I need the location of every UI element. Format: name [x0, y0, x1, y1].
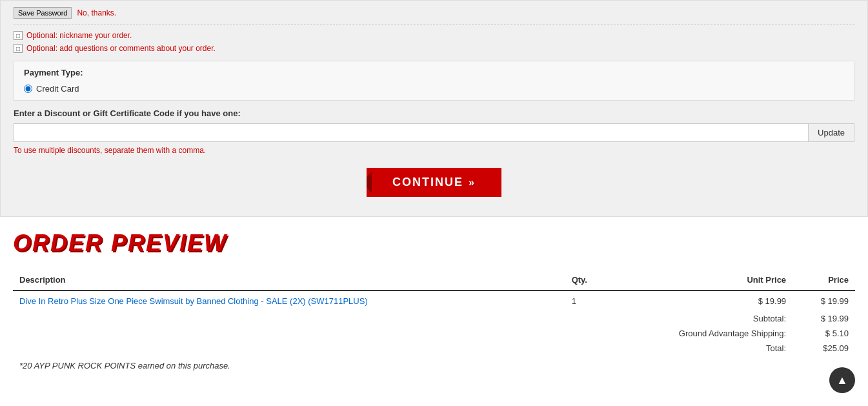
total-value: $25.09 [792, 341, 855, 356]
item-qty: 1 [565, 290, 609, 311]
optional-comments-icon: □ [14, 44, 23, 53]
update-button[interactable]: Update [809, 123, 854, 142]
order-preview-title: ORDER PREVIEW [13, 230, 855, 257]
total-spacer [13, 341, 609, 356]
discount-label: Enter a Discount or Gift Certificate Cod… [14, 108, 854, 118]
optional-nickname-row: □ Optional: nickname your order. [14, 31, 854, 40]
scroll-top-button[interactable]: ▲ [829, 367, 855, 389]
col-unit-price: Unit Price [609, 270, 792, 290]
col-qty: Qty. [565, 270, 609, 290]
credit-card-radio[interactable] [24, 85, 32, 93]
total-label: Total: [609, 341, 792, 356]
optional-nickname-icon: □ [14, 31, 23, 40]
shipping-spacer [13, 326, 609, 341]
payment-type-title: Payment Type: [24, 68, 844, 77]
discount-input[interactable] [14, 123, 809, 142]
col-description: Description [13, 270, 565, 290]
optional-comments-row: □ Optional: add questions or comments ab… [14, 44, 854, 53]
table-row: Dive In Retro Plus Size One Piece Swimsu… [13, 290, 855, 311]
item-unit-price: $ 19.99 [609, 290, 792, 311]
item-price: $ 19.99 [792, 290, 855, 311]
subtotal-spacer [13, 311, 609, 326]
item-description: Dive In Retro Plus Size One Piece Swimsu… [13, 290, 565, 311]
subtotal-label: Subtotal: [609, 311, 792, 326]
order-table: Description Qty. Unit Price Price Dive I… [13, 270, 855, 376]
discount-section: Enter a Discount or Gift Certificate Cod… [14, 108, 854, 155]
payment-section: Payment Type: Credit Card [14, 61, 854, 101]
shipping-row: Ground Advantage Shipping: $ 5.10 [13, 326, 855, 341]
col-price: Price [792, 270, 855, 290]
discount-hint: To use multiple discounts, separate them… [14, 146, 854, 155]
subtotal-value: $ 19.99 [792, 311, 855, 326]
no-thanks-link[interactable]: No, thanks. [77, 8, 116, 17]
discount-input-row: Update [14, 123, 854, 142]
table-header-row: Description Qty. Unit Price Price [13, 270, 855, 290]
save-password-button[interactable]: Save Password [14, 7, 72, 19]
product-link[interactable]: Dive In Retro Plus Size One Piece Swimsu… [19, 296, 368, 306]
continue-button[interactable]: CONTINUE » [367, 168, 501, 197]
credit-card-option[interactable]: Credit Card [24, 84, 844, 94]
shipping-label: Ground Advantage Shipping: [609, 326, 792, 341]
shipping-value: $ 5.10 [792, 326, 855, 341]
continue-chevrons: » [469, 177, 476, 188]
points-row: *20 AYP PUNK ROCK POINTS earned on this … [13, 356, 855, 376]
save-password-bar: Save Password No, thanks. [14, 7, 854, 25]
optional-comments-label: Optional: add questions or comments abou… [26, 44, 216, 53]
credit-card-label: Credit Card [36, 84, 79, 94]
points-note: *20 AYP PUNK ROCK POINTS earned on this … [13, 356, 855, 376]
optional-nickname-label: Optional: nickname your order. [26, 31, 132, 40]
subtotal-row: Subtotal: $ 19.99 [13, 311, 855, 326]
continue-label: CONTINUE [392, 176, 463, 189]
total-row: Total: $25.09 [13, 341, 855, 356]
continue-row: CONTINUE » [14, 168, 854, 197]
checkout-top-section: Save Password No, thanks. □ Optional: ni… [0, 0, 868, 217]
order-preview-section: ORDER PREVIEW Description Qty. Unit Pric… [0, 217, 868, 389]
continue-button-inner: CONTINUE » [367, 168, 501, 197]
